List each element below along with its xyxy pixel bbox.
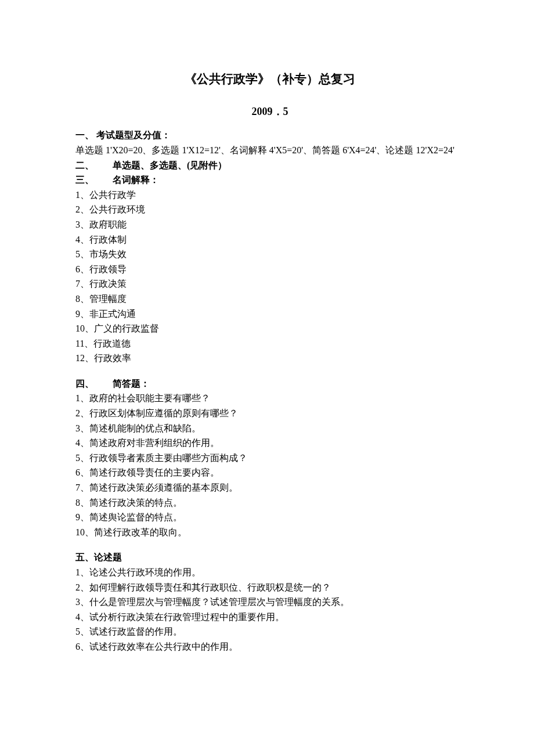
term-item: 6、行政领导: [75, 262, 464, 277]
term-item: 7、行政决策: [75, 276, 464, 291]
short-answer-item: 6、简述行政领导责任的主要内容。: [75, 465, 464, 480]
essay-item: 2、如何理解行政领导责任和其行政职位、行政职权是统一的？: [75, 580, 464, 595]
term-item: 8、管理幅度: [75, 291, 464, 307]
short-answer-item: 8、简述行政决策的特点。: [75, 495, 464, 510]
section-4-heading: 四、 简答题：: [75, 376, 464, 391]
essay-item: 4、试分析行政决策在行政管理过程中的重要作用。: [75, 610, 464, 625]
short-answer-item: 4、简述政府对非营利组织的作用。: [75, 435, 464, 451]
term-item: 4、行政体制: [75, 232, 464, 247]
essay-item: 6、试述行政效率在公共行政中的作用。: [75, 639, 464, 654]
term-item: 5、市场失效: [75, 247, 464, 262]
section-5-heading: 五、论述题: [75, 550, 464, 565]
term-item: 3、政府职能: [75, 217, 464, 232]
document-page: 《公共行政学》（补专）总复习 2009．5 一、 考试题型及分值： 单选题 1'…: [0, 0, 534, 756]
section-1-body: 单选题 1'X20=20、多选题 1'X12=12'、名词解释 4'X5=20'…: [75, 143, 464, 158]
section-3-heading: 三、 名词解释：: [75, 172, 464, 188]
term-item: 10、广义的行政监督: [75, 321, 464, 336]
term-item: 12、行政效率: [75, 351, 464, 366]
document-date: 2009．5: [75, 103, 464, 120]
section-1-heading: 一、 考试题型及分值：: [75, 128, 464, 143]
term-item: 1、公共行政学: [75, 188, 464, 203]
short-answer-item: 9、简述舆论监督的特点。: [75, 510, 464, 525]
term-item: 9、非正式沟通: [75, 307, 464, 322]
essay-item: 3、什么是管理层次与管理幅度？试述管理层次与管理幅度的关系。: [75, 595, 464, 610]
term-item: 11、行政道德: [75, 336, 464, 351]
document-title: 《公共行政学》（补专）总复习: [75, 70, 464, 89]
short-answer-item: 5、行政领导者素质主要由哪些方面构成？: [75, 451, 464, 466]
short-answer-item: 3、简述机能制的优点和缺陷。: [75, 421, 464, 436]
essay-item: 1、论述公共行政环境的作用。: [75, 565, 464, 580]
section-2-heading: 二、 单选题、多选题、(见附件）: [75, 158, 464, 173]
essay-item: 5、试述行政监督的作用。: [75, 624, 464, 639]
short-answer-item: 10、简述行政改革的取向。: [75, 525, 464, 540]
short-answer-item: 7、简述行政决策必须遵循的基本原则。: [75, 480, 464, 495]
term-item: 2、公共行政环境: [75, 202, 464, 217]
short-answer-item: 2、行政区划体制应遵循的原则有哪些？: [75, 406, 464, 421]
short-answer-item: 1、政府的社会职能主要有哪些？: [75, 391, 464, 406]
